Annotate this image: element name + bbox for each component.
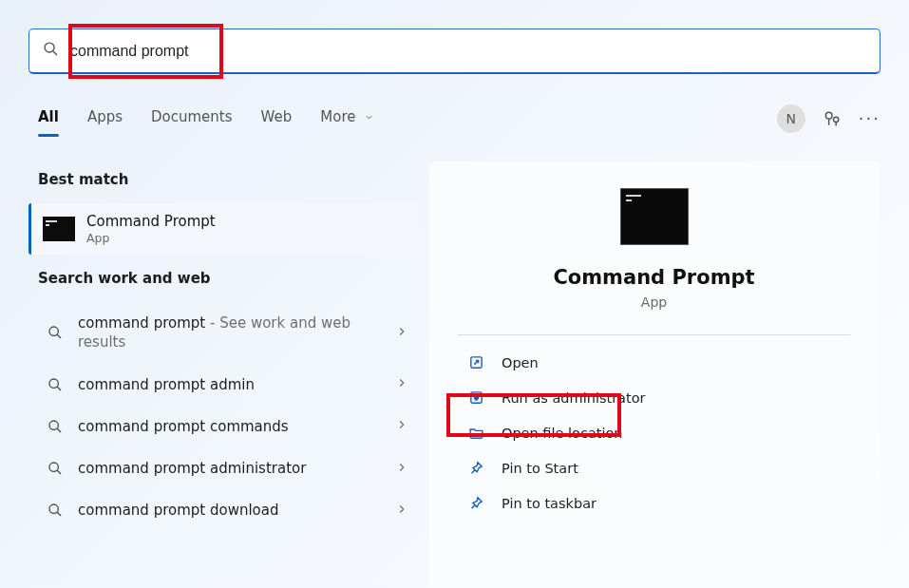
shield-icon bbox=[465, 389, 486, 406]
pin-icon bbox=[465, 460, 486, 476]
preview-panel: Command Prompt App Open Run as administr… bbox=[429, 161, 879, 588]
action-open[interactable]: Open bbox=[458, 345, 850, 380]
action-pin-start[interactable]: Pin to Start bbox=[458, 450, 850, 485]
command-prompt-icon bbox=[43, 217, 75, 241]
suggestion-text: command prompt download bbox=[65, 501, 395, 520]
svg-point-3 bbox=[833, 117, 838, 122]
suggestion-text: command prompt administrator bbox=[65, 459, 395, 478]
svg-line-9 bbox=[57, 428, 61, 432]
chevron-right-icon bbox=[395, 502, 408, 520]
best-match-heading: Best match bbox=[28, 161, 418, 203]
chevron-down-icon bbox=[364, 112, 374, 123]
svg-point-8 bbox=[49, 421, 58, 429]
suggestion-item[interactable]: command prompt - See work and web result… bbox=[28, 302, 418, 364]
action-pin-taskbar-label: Pin to taskbar bbox=[502, 496, 597, 511]
best-match-result[interactable]: Command Prompt App bbox=[28, 203, 418, 255]
search-work-web-heading: Search work and web bbox=[28, 260, 418, 302]
action-run-admin[interactable]: Run as administrator bbox=[458, 380, 850, 415]
suggestion-item[interactable]: command prompt commands bbox=[28, 406, 418, 447]
svg-line-5 bbox=[57, 335, 61, 339]
best-match-title: Command Prompt bbox=[86, 213, 216, 230]
chevron-right-icon bbox=[395, 375, 408, 393]
open-icon bbox=[465, 354, 486, 370]
suggestion-hint: - See work and web results bbox=[78, 314, 350, 351]
search-icon bbox=[46, 377, 65, 392]
search-bar[interactable] bbox=[28, 28, 881, 74]
action-open-label: Open bbox=[502, 355, 539, 370]
action-pin-taskbar[interactable]: Pin to taskbar bbox=[458, 485, 850, 521]
preview-subtitle: App bbox=[458, 294, 850, 310]
suggestion-item[interactable]: command prompt administrator bbox=[28, 447, 418, 489]
filter-tabs: All Apps Documents Web More N ··· bbox=[38, 103, 881, 135]
search-icon bbox=[46, 503, 65, 518]
divider bbox=[458, 334, 850, 335]
svg-point-12 bbox=[49, 504, 58, 513]
action-pin-start-label: Pin to Start bbox=[502, 461, 578, 476]
search-icon bbox=[43, 41, 59, 61]
svg-line-1 bbox=[53, 51, 57, 55]
suggestion-text: command prompt admin bbox=[65, 375, 395, 394]
chevron-right-icon bbox=[395, 417, 408, 435]
search-icon bbox=[46, 325, 65, 340]
suggestion-item[interactable]: command prompt download bbox=[28, 489, 418, 531]
tab-apps[interactable]: Apps bbox=[87, 103, 123, 135]
suggestion-item[interactable]: command prompt admin bbox=[28, 364, 418, 406]
svg-line-13 bbox=[57, 513, 61, 517]
more-options-button[interactable]: ··· bbox=[859, 108, 881, 130]
chevron-right-icon bbox=[395, 324, 408, 342]
suggestion-text: command prompt commands bbox=[65, 417, 395, 436]
search-icon bbox=[46, 419, 65, 434]
action-open-location-label: Open file location bbox=[502, 426, 623, 441]
tab-web[interactable]: Web bbox=[261, 103, 293, 135]
best-match-subtitle: App bbox=[86, 231, 216, 245]
folder-icon bbox=[465, 425, 486, 441]
tab-documents[interactable]: Documents bbox=[151, 103, 233, 135]
tab-more[interactable]: More bbox=[320, 103, 374, 135]
rewards-icon[interactable] bbox=[823, 109, 842, 128]
action-run-admin-label: Run as administrator bbox=[502, 390, 646, 406]
svg-point-2 bbox=[825, 112, 832, 119]
preview-app-icon bbox=[620, 188, 689, 245]
preview-title: Command Prompt bbox=[458, 266, 850, 289]
avatar[interactable]: N bbox=[777, 104, 805, 133]
search-icon bbox=[46, 461, 65, 476]
tab-more-label: More bbox=[320, 108, 355, 125]
svg-point-6 bbox=[49, 379, 58, 388]
search-input[interactable] bbox=[59, 43, 866, 60]
svg-point-4 bbox=[49, 327, 58, 335]
results-column: Best match Command Prompt App Search wor… bbox=[28, 161, 418, 532]
svg-line-11 bbox=[57, 470, 61, 474]
chevron-right-icon bbox=[395, 460, 408, 478]
tab-all[interactable]: All bbox=[38, 103, 59, 135]
svg-point-0 bbox=[45, 43, 54, 52]
svg-line-7 bbox=[57, 387, 61, 390]
pin-icon bbox=[465, 495, 486, 511]
suggestion-text: command prompt - See work and web result… bbox=[65, 313, 395, 352]
action-open-location[interactable]: Open file location bbox=[458, 415, 850, 450]
svg-point-10 bbox=[49, 463, 58, 471]
